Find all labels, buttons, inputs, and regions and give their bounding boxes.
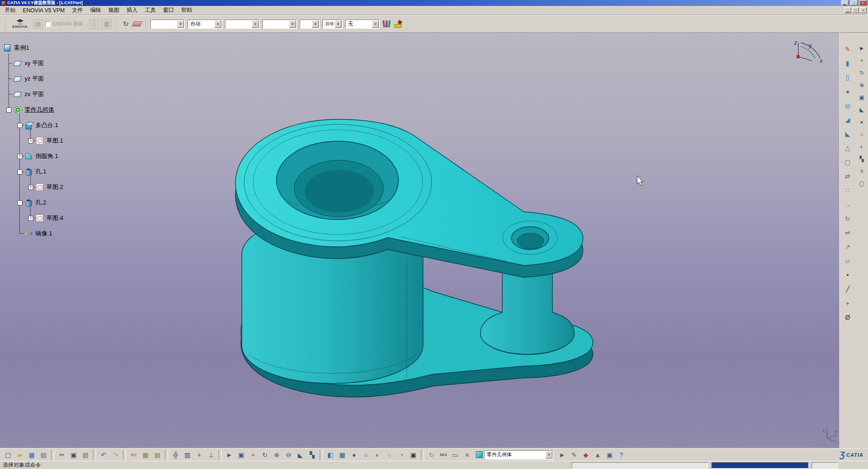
mean-dimensions-icon[interactable]: 10.1 xyxy=(438,449,449,460)
viewport-3d[interactable]: z y x z y x xyxy=(0,33,839,448)
work-on-support-icon[interactable]: ▥ xyxy=(182,449,193,460)
tree-item-label[interactable]: 草图.1 xyxy=(46,137,63,145)
graphic-properties-combo[interactable]: 无 ▼ xyxy=(345,20,380,29)
chevron-down-icon[interactable]: ▼ xyxy=(372,20,379,28)
lighting-icon[interactable]: ☼ xyxy=(384,449,395,460)
dialog-field[interactable] xyxy=(572,462,708,469)
knowledge-icon[interactable]: ≡ xyxy=(461,449,473,460)
menu-item[interactable]: 帮助 xyxy=(178,5,196,15)
tree-expander[interactable] xyxy=(17,154,22,159)
chevron-down-icon[interactable]: ▼ xyxy=(214,20,221,28)
tree-item[interactable]: 孔.2 xyxy=(17,195,150,210)
rotate-view-icon[interactable]: ↻ xyxy=(259,449,271,460)
translation-icon[interactable]: → xyxy=(842,199,853,210)
color-pencils-icon[interactable] xyxy=(382,20,391,28)
open-icon[interactable]: ▰ xyxy=(14,449,26,460)
tree-item[interactable]: 多凸台.1 xyxy=(17,117,150,133)
pocket-icon[interactable]: ▯ xyxy=(842,72,853,83)
depth-effect-icon[interactable]: ◔ xyxy=(396,449,407,460)
graphic-properties-combo[interactable]: ▼ xyxy=(262,20,297,29)
tree-item-label[interactable]: 镜像.1 xyxy=(36,229,52,238)
catalog-icon[interactable]: ▤ xyxy=(152,449,163,460)
chevron-down-icon[interactable]: ▼ xyxy=(177,20,184,28)
tree-expander[interactable] xyxy=(17,200,22,205)
menu-item[interactable]: 窗口 xyxy=(159,5,178,15)
doc-close-button[interactable]: × xyxy=(860,7,867,13)
hole-icon[interactable]: ◎ xyxy=(842,100,853,111)
paintbrush-icon[interactable] xyxy=(393,20,403,28)
tree-item-label[interactable]: xy 平面 xyxy=(25,59,44,67)
tree-item-label[interactable]: 孔.1 xyxy=(36,168,46,176)
tree-expander[interactable] xyxy=(28,185,33,190)
graphic-properties-combo[interactable]: ▼ xyxy=(150,20,185,29)
swap-space-icon[interactable]: ▚ xyxy=(857,154,866,163)
maximize-button[interactable]: □ xyxy=(850,0,858,5)
graphic-properties-combo[interactable]: ▼ xyxy=(300,20,320,29)
plane-icon[interactable]: ▱ xyxy=(842,255,853,266)
quick-print-icon[interactable]: ▤ xyxy=(38,449,49,460)
screen-capture-icon[interactable]: ▣ xyxy=(408,449,419,460)
tree-item-label[interactable]: zx 平面 xyxy=(25,90,44,98)
redo-icon[interactable]: ↷ xyxy=(110,449,121,460)
rectangular-pattern-icon[interactable]: ∷ xyxy=(842,185,853,196)
select-arrow-icon[interactable]: ► xyxy=(857,44,866,53)
graph-tree-icon[interactable]: ≡ xyxy=(857,167,866,176)
power-input-extra-field[interactable] xyxy=(812,462,838,469)
tree-item-label[interactable]: 草图.4 xyxy=(46,214,63,222)
current-body-combo[interactable]: 零件几何体 ▼ xyxy=(484,450,553,459)
eraser-icon[interactable] xyxy=(132,21,142,26)
wireframe-icon[interactable]: ○ xyxy=(857,130,866,139)
paste-icon[interactable]: ▨ xyxy=(80,449,91,460)
reload-icon[interactable]: ↻ xyxy=(121,19,131,29)
tree-expander[interactable] xyxy=(6,107,11,112)
normal-view-icon[interactable]: ◣ xyxy=(295,449,306,460)
power-input-field[interactable] xyxy=(711,462,809,469)
constraint-icon[interactable]: ⊥ xyxy=(205,449,217,460)
enovia-search-checkbox[interactable] xyxy=(45,21,51,27)
pan-icon[interactable]: + xyxy=(247,449,259,460)
menu-item[interactable]: 文件 xyxy=(68,5,87,15)
minimize-button[interactable]: ▁ xyxy=(841,0,848,5)
doc-minimize-button[interactable]: ▁ xyxy=(844,7,851,13)
tree-expander[interactable] xyxy=(17,123,22,128)
rotation-icon[interactable]: ↻ xyxy=(842,213,853,224)
tree-expander[interactable] xyxy=(28,216,33,221)
update-icon[interactable]: ↻ xyxy=(426,449,437,460)
zoom-out-icon[interactable]: ⊖ xyxy=(283,449,294,460)
tree-item[interactable]: 草图.2 xyxy=(28,179,150,195)
tree-item[interactable]: 镜像.1 xyxy=(17,226,150,241)
toolbar-grip[interactable] xyxy=(145,18,147,30)
tree-item-label[interactable]: yz 平面 xyxy=(25,75,44,83)
shell-icon[interactable]: ▢ xyxy=(842,157,853,168)
tree-item-label[interactable]: 倒圆角.1 xyxy=(36,152,58,160)
tree-expander[interactable] xyxy=(17,169,22,174)
chevron-down-icon[interactable]: ▼ xyxy=(289,20,296,28)
chevron-down-icon[interactable]: ▼ xyxy=(335,20,342,28)
fit-all-in-icon[interactable]: ▣ xyxy=(235,449,247,460)
tree-item[interactable]: zx 平面 xyxy=(6,87,150,102)
line-icon[interactable]: ╱ xyxy=(842,284,853,295)
toolbar-grip[interactable] xyxy=(4,18,6,30)
graph-tree-reorder-icon[interactable]: ► xyxy=(557,449,568,460)
tree-item-label[interactable]: 零件几何体 xyxy=(25,106,54,114)
shaft-icon[interactable]: ● xyxy=(842,86,853,97)
tree-item-label[interactable]: 草图.2 xyxy=(46,183,63,191)
tree-item[interactable]: 孔.1 xyxy=(17,164,150,179)
pencil-icon[interactable]: ✎ xyxy=(568,449,580,460)
chevron-down-icon[interactable]: ▼ xyxy=(312,20,319,28)
shading-icon[interactable]: ● xyxy=(348,449,360,460)
tree-item[interactable]: yz 平面 xyxy=(6,71,150,87)
tree-item[interactable]: 案例1 xyxy=(2,40,150,56)
formula-icon[interactable]: f(x) xyxy=(128,449,139,460)
toolbar-grip[interactable] xyxy=(115,18,117,30)
named-views-icon[interactable]: ▦ xyxy=(337,449,348,460)
hide-show-icon[interactable]: ◐ xyxy=(857,142,866,151)
draft-angle-icon[interactable]: △ xyxy=(842,143,853,153)
axis-system-icon[interactable]: + xyxy=(842,298,853,309)
graphic-properties-combo[interactable]: 自动 ▼ xyxy=(188,20,222,29)
menu-item[interactable]: 视图 xyxy=(105,5,123,15)
menu-item[interactable]: ENOVIA V5 VPM xyxy=(19,6,68,15)
tree-item[interactable]: 草图.4 xyxy=(28,210,150,226)
menu-item[interactable]: 工具 xyxy=(141,5,159,15)
shading-icon[interactable]: ● xyxy=(857,117,866,127)
